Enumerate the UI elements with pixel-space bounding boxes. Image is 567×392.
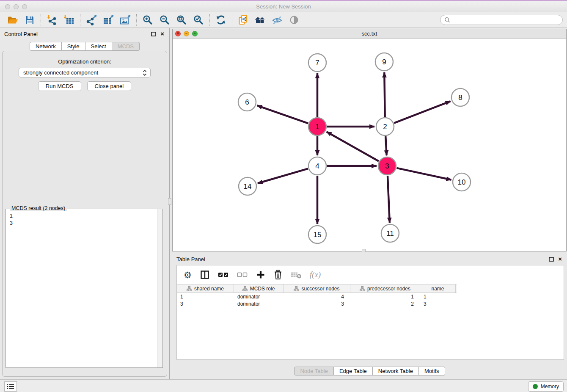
column-header-name[interactable]: name [420,284,456,293]
tab-style[interactable]: Style [62,42,85,51]
svg-text:3: 3 [385,162,389,170]
mcds-tab-content: Optimization criterion: strongly connect… [2,51,167,377]
status-bar: Memory [0,379,567,392]
refresh-button[interactable] [212,13,229,27]
horizontal-splitter-handle[interactable] [362,249,366,252]
mcds-result-item: 1 [10,213,159,220]
show-all-button[interactable] [286,13,303,27]
search-input[interactable] [453,17,559,23]
minimize-view-button[interactable]: − [184,31,189,36]
network-canvas[interactable]: 7968124314101511 [173,39,566,251]
cell-successor-nodes[interactable]: 4 [284,294,350,300]
table-row[interactable]: 3 dominator 3 2 3 [177,300,564,307]
maximize-view-button[interactable]: + [192,31,198,36]
control-panel-tabs: Network Style Select MCDS [0,42,169,51]
deselect-all-icon[interactable] [237,271,248,278]
folder-open-icon [7,15,18,25]
svg-text:1: 1 [315,123,319,131]
svg-text:6: 6 [245,98,249,106]
cell-name[interactable]: 1 [420,294,456,300]
export-table-button[interactable] [100,13,117,27]
network-view-title: scc.txt [173,29,566,38]
first-neighbors-button[interactable] [252,13,269,27]
toolbar-separator [80,14,80,26]
open-session-button[interactable] [4,13,21,27]
save-icon [25,15,35,25]
criterion-dropdown[interactable]: strongly connected component [19,68,151,77]
hide-selected-button[interactable] [269,13,286,27]
tab-mcds[interactable]: MCDS [112,42,140,51]
mcds-result-list: 1 3 [6,209,162,230]
svg-text:10: 10 [458,178,466,186]
column-header-mcds-role[interactable]: MCDS role [234,284,284,293]
toolbar-separator [232,14,232,26]
delete-column-button[interactable] [273,270,283,280]
tab-network[interactable]: Network [30,42,62,51]
select-all-icon[interactable] [218,271,229,278]
zoom-out-button[interactable] [156,13,173,27]
export-network-icon [85,14,97,25]
tab-network-table[interactable]: Network Table [373,367,419,375]
duplicate-network-button[interactable] [235,13,252,27]
search-box[interactable] [440,15,563,25]
vertical-splitter-handle[interactable] [168,198,171,205]
tab-edge-table[interactable]: Edge Table [334,367,373,375]
table-settings-button[interactable]: ⚙ [184,271,192,279]
memory-button[interactable]: Memory [528,381,564,392]
save-session-button[interactable] [21,13,38,27]
cell-successor-nodes[interactable]: 3 [284,301,350,307]
cell-shared-name[interactable]: 1 [177,294,234,300]
close-view-button[interactable]: ✕ [175,31,181,36]
cell-name[interactable]: 3 [420,301,456,307]
float-panel-icon[interactable] [151,32,156,36]
cell-predecessor-nodes[interactable]: 2 [350,301,420,307]
network-view-window: ✕ − + scc.txt 7968124314101511 [172,29,567,251]
tree-icon [360,286,365,291]
task-history-button[interactable] [4,381,17,392]
result-scrollbar[interactable] [157,209,162,367]
export-network-button[interactable] [83,13,100,27]
column-header-successor-nodes[interactable]: successor nodes [284,284,350,293]
window-title: Session: New Session [0,3,567,10]
svg-text:14: 14 [244,182,252,190]
cell-mcds-role[interactable]: dominator [234,301,284,307]
table-panel-title: Table Panel [176,256,205,262]
cell-shared-name[interactable]: 3 [177,301,234,307]
tab-motifs[interactable]: Motifs [419,367,445,375]
table-row[interactable]: 1 dominator 4 1 1 [177,293,564,300]
close-panel-button[interactable]: Close panel [87,81,132,91]
tab-node-table[interactable]: Node Table [294,367,334,375]
add-column-button[interactable] [256,270,265,279]
float-panel-icon[interactable] [549,257,554,262]
import-table-icon [63,14,75,25]
import-table-button[interactable] [61,13,77,27]
network-window-titlebar[interactable]: ✕ − + scc.txt [173,29,566,39]
import-network-button[interactable] [44,13,61,27]
mcds-result-box: MCDS result (2 nodes) 1 3 [6,209,163,368]
cell-predecessor-nodes[interactable]: 1 [350,294,420,300]
home-icon [254,15,266,25]
close-panel-icon[interactable]: × [160,31,164,36]
tree-icon [187,286,192,291]
zoom-in-button[interactable] [139,13,156,27]
column-header-shared-name[interactable]: shared name [177,284,234,293]
column-header-predecessor-nodes[interactable]: predecessor nodes [350,284,420,293]
zoom-selected-button[interactable] [190,13,207,27]
zoom-in-icon [142,14,153,25]
cell-mcds-role[interactable]: dominator [234,294,284,300]
export-image-button[interactable] [117,13,134,27]
tab-select[interactable]: Select [85,42,112,51]
network-graph[interactable]: 7968124314101511 [173,39,566,251]
zoom-fit-button[interactable] [173,13,190,27]
show-columns-button[interactable] [200,270,210,280]
chevron-up-down-icon [143,69,147,76]
svg-text:4: 4 [315,162,319,170]
import-network-icon [46,14,58,25]
mcds-result-item: 3 [10,220,159,227]
window-titlebar: Session: New Session [0,1,567,12]
table-panel-tabs: Node Table Edge Table Network Table Moti… [172,367,567,375]
close-panel-icon[interactable]: × [558,257,562,262]
run-mcds-button[interactable]: Run MCDS [38,81,81,91]
memory-label: Memory [541,384,559,389]
svg-text:9: 9 [382,58,386,66]
